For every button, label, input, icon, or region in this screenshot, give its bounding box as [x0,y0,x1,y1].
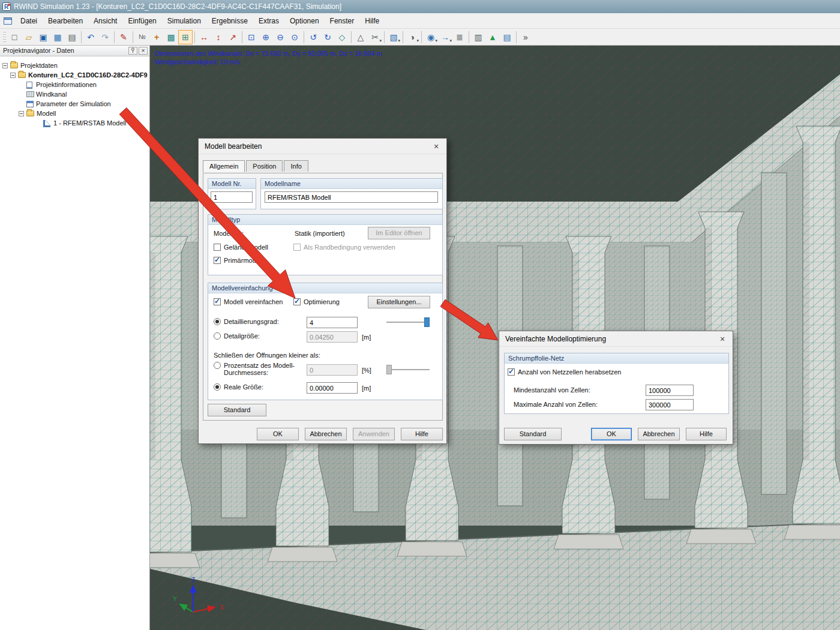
menu-ansicht[interactable]: Ansicht [88,13,122,29]
tab-info[interactable]: Info [284,160,308,172]
window-titlebar[interactable]: R RWIND Simulation 1.23 - [Konturen_LC2_… [0,0,840,13]
insert-object-button[interactable]: + [149,30,164,44]
modellname-input[interactable] [265,191,438,203]
menu-einfuegen[interactable]: Einfügen [122,13,161,29]
pin-icon[interactable] [128,47,137,55]
menu-hilfe[interactable]: Hilfe [359,13,385,29]
netzzellen-herabsetzen-checkbox[interactable]: Anzahl von Netzzellen herabsetzen [508,368,621,376]
mesh-settings-button[interactable]: ▩ [164,30,178,44]
menu-extras[interactable]: Extras [253,13,284,29]
optimierung-checkbox[interactable]: Optimierung [293,298,340,305]
tab-allgemein[interactable]: Allgemein [203,160,245,172]
ok-button[interactable]: OK [257,428,299,440]
visibility-states-button[interactable]: ◉ [424,30,438,44]
tree-item-label: Konturen_LC2_C1D0C16D-28C2-4DF9 [28,71,148,79]
tree-item-parameter-der-simulation[interactable]: Parameter der Simulation [0,100,150,109]
zoom-window-button[interactable]: ⊡ [244,30,259,44]
undo-button[interactable]: ↶ [83,30,98,44]
dialog-titlebar[interactable]: Vereinfachte Modelloptimierung [499,331,733,347]
tree-item-projektdaten[interactable]: Projektdaten [0,61,150,71]
new-file-button[interactable]: □ [7,30,22,44]
modell-vereinfachen-checkbox[interactable]: Modell vereinfachen [214,298,283,305]
expander-icon[interactable] [19,111,24,116]
hilfe-button[interactable]: Hilfe [401,428,443,440]
einstellungen-button[interactable]: Einstellungen... [368,296,430,308]
slider-handle[interactable] [386,365,392,374]
wind-tunnel-dimensions-button[interactable]: ⊞ [178,30,193,44]
close-icon[interactable] [139,47,148,55]
resize-dz-button[interactable]: ↗ [226,30,240,44]
ok-button[interactable]: OK [591,428,632,440]
zoom-all-button[interactable]: ⊙ [287,30,302,44]
redo-button[interactable]: ↷ [98,30,112,44]
detaillierungsgrad-radio[interactable]: Detaillierungsgrad: [214,318,279,325]
anwenden-button[interactable]: Anwenden [353,428,395,440]
menu-datei[interactable]: Datei [15,13,43,29]
resize-dx-button[interactable]: ↔ [197,30,211,44]
prozentsatz-slider[interactable] [386,364,430,375]
isometric-view-button[interactable]: ◇ [335,30,349,44]
resize-dy-button[interactable]: ↕ [211,30,226,44]
visibility-icon: ◉ [427,33,434,41]
open-project-button[interactable]: ▱ [22,30,36,44]
close-icon[interactable] [428,140,445,153]
menu-simulation[interactable]: Simulation [162,13,206,29]
prozentsatz-input[interactable] [307,364,358,376]
rotate-left-button[interactable]: ↺ [306,30,320,44]
reale-groesse-input[interactable] [307,382,358,394]
result-tables-button[interactable]: ▤ [500,30,514,44]
primaermodell-checkbox[interactable]: Primärmodell [214,257,263,264]
print-button[interactable]: ▤ [65,30,79,44]
menu-optionen[interactable]: Optionen [284,13,325,29]
rotate-right-button[interactable]: ↻ [320,30,335,44]
layers-button[interactable]: ≣ [452,30,467,44]
slider-handle[interactable] [424,317,430,327]
toolbar-options-button[interactable]: » [518,30,533,44]
tab-position[interactable]: Position [246,160,283,172]
renumber-button[interactable]: № [135,30,149,44]
new-window-button[interactable]: ▥ [471,30,485,44]
mindestanzahl-input[interactable] [646,385,694,396]
save-project-button[interactable]: ▣ [36,30,50,44]
toolbar-grip[interactable] [3,31,6,43]
close-icon[interactable] [714,333,731,346]
expander-icon[interactable] [2,63,8,68]
im-editor-oeffnen-button[interactable]: Im Editor öffnen [368,227,430,239]
dialog-titlebar[interactable]: Modell bearbeiten [199,139,446,154]
menu-bearbeiten[interactable]: Bearbeiten [43,13,88,29]
menu-fenster[interactable]: Fenster [325,13,360,29]
als-randbedingung-checkbox[interactable]: Als Randbedingung verwenden [293,244,395,251]
display-properties-button[interactable]: ◑ [405,30,419,44]
gelaendemodell-checkbox[interactable]: Geländemodell [214,244,268,251]
detaillierungsgrad-slider[interactable] [386,317,430,328]
hilfe-button[interactable]: Hilfe [686,428,727,440]
document-window-icon[interactable] [3,16,13,26]
perspective-view-button[interactable]: △ [353,30,368,44]
prozentsatz-radio[interactable]: Prozentsatz des Modell-Durchmessers: [214,362,304,376]
menu-ergebnisse[interactable]: Ergebnisse [206,13,253,29]
tables-button[interactable]: ▦ [50,30,65,44]
detailgroesse-radio[interactable]: Detailgröße: [214,332,260,340]
tree-item-konturen[interactable]: Konturen_LC2_C1D0C16D-28C2-4DF9 [0,71,150,80]
zoom-out-button[interactable]: ⊖ [273,30,287,44]
charts-button[interactable]: ▲ [485,30,500,44]
user-views-button[interactable]: → [438,30,452,44]
maximale-anzahl-input[interactable] [646,399,694,410]
tree-item-rfem-rstab-modell[interactable]: 1 - RFEM/RSTAB Modell [0,119,150,128]
tree-item-projektinformationen[interactable]: Projektinformationen [0,80,150,90]
expander-icon[interactable] [10,73,16,78]
detaillierungsgrad-input[interactable] [307,317,358,328]
abbrechen-button[interactable]: Abbrechen [638,428,680,440]
zoom-in-button[interactable]: ⊕ [259,30,273,44]
tree-item-modell[interactable]: Modell [0,109,150,119]
standard-button[interactable]: Standard [208,404,266,416]
edit-annotations-button[interactable]: ✎ [116,30,131,44]
standard-button[interactable]: Standard [504,428,562,440]
reale-groesse-radio[interactable]: Reale Größe: [214,383,263,391]
clipping-planes-button[interactable]: ✂ [368,30,382,44]
tree-item-windkanal[interactable]: Windkanal [0,90,150,100]
abbrechen-button[interactable]: Abbrechen [305,428,347,440]
modell-nr-input[interactable] [211,191,253,203]
detailgroesse-input[interactable] [307,331,358,343]
section-box-button[interactable]: ▧ [386,30,401,44]
